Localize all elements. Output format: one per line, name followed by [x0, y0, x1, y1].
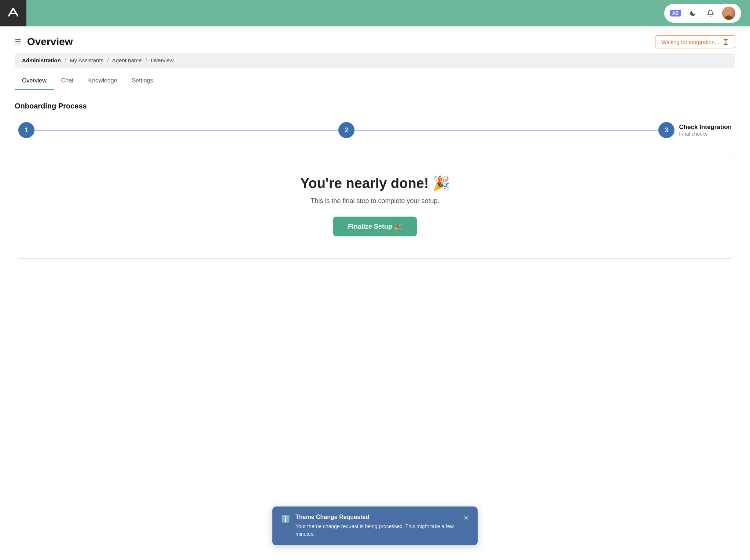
finalize-setup-button[interactable]: Finalize Setup 🎉: [333, 217, 417, 236]
tabs-row: Overview Chat Knowledge Settings: [0, 72, 750, 90]
toast-close-button[interactable]: ✕: [463, 514, 469, 522]
content-area: Onboarding Process 1 2 3 Check Integrati…: [0, 90, 750, 288]
tab-chat[interactable]: Chat: [54, 72, 81, 90]
nearly-done-subtitle: This is the final step to complete your …: [30, 197, 720, 205]
step-3-sub: Final checks: [679, 131, 732, 137]
nearly-done-title: You're nearly done! 🎉: [30, 175, 720, 191]
tab-overview[interactable]: Overview: [15, 72, 54, 90]
step-3-text: Check Integration Final checks: [679, 124, 732, 137]
page-title: Overview: [27, 36, 73, 48]
breadcrumb: Administration / My Assistants / Agent n…: [15, 53, 735, 68]
logo-area: [0, 0, 26, 26]
breadcrumb-sep2: /: [107, 57, 109, 63]
tab-settings[interactable]: Settings: [125, 72, 161, 90]
avatar[interactable]: [722, 7, 735, 20]
main-layout: ☰ Overview Waiting for integration... ⏳ …: [0, 26, 750, 560]
theme-toggle-icon[interactable]: [687, 7, 699, 19]
topbar-right: AB: [664, 4, 750, 23]
breadcrumb-my-assistants[interactable]: My Assistants: [70, 57, 103, 63]
step-line-2: [354, 130, 658, 130]
onboarding-card: You're nearly done! 🎉 This is the final …: [15, 153, 735, 259]
notifications-icon[interactable]: [705, 7, 716, 19]
waiting-integration-button[interactable]: Waiting for integration... ⏳: [655, 35, 735, 48]
header-left: ☰ Overview: [15, 36, 73, 48]
topbar-controls: AB: [664, 4, 741, 23]
breadcrumb-agent-name[interactable]: Agent name: [112, 57, 142, 63]
breadcrumb-overview: Overview: [151, 57, 174, 63]
topbar: AB: [0, 0, 750, 26]
step-3-circle: 3: [658, 122, 674, 138]
toast-title: Theme Change Requested: [295, 514, 458, 520]
breadcrumb-admin[interactable]: Administration: [22, 57, 61, 63]
toast-info-icon: ℹ️: [281, 515, 290, 523]
hamburger-button[interactable]: ☰: [15, 37, 21, 46]
waiting-label: Waiting for integration...: [661, 39, 719, 45]
step-1-circle: 1: [18, 122, 34, 138]
breadcrumb-sep3: /: [146, 57, 147, 63]
toast-content: Theme Change Requested Your theme change…: [295, 514, 458, 538]
step-2-circle: 2: [338, 122, 354, 138]
step-3-area: 3 Check Integration Final checks: [658, 122, 732, 138]
step-line-1: [34, 130, 338, 130]
step-3-name: Check Integration: [679, 124, 732, 131]
toast-notification: ℹ️ Theme Change Requested Your theme cha…: [272, 506, 478, 545]
logo-icon: [7, 5, 20, 21]
waiting-icon: ⏳: [722, 38, 729, 45]
stepper: 1 2 3 Check Integration Final checks: [15, 122, 735, 138]
breadcrumb-sep1: /: [65, 57, 66, 63]
ab-icon[interactable]: AB: [670, 10, 681, 16]
toast-body: Your theme change request is being proce…: [295, 523, 458, 538]
onboarding-section-title: Onboarding Process: [15, 102, 735, 110]
tab-knowledge[interactable]: Knowledge: [81, 72, 124, 90]
page-header: ☰ Overview Waiting for integration... ⏳: [0, 26, 750, 53]
